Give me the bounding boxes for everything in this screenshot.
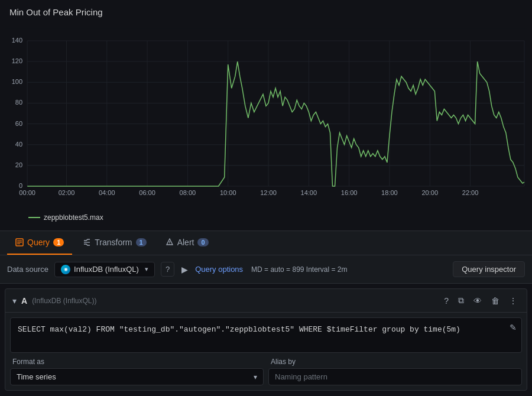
tab-transform-badge: 1 [136,238,147,246]
tab-transform[interactable]: Transform 1 [74,231,154,255]
svg-text:120: 120 [12,57,22,64]
svg-text:20: 20 [15,161,22,168]
svg-text:12:00: 12:00 [260,189,277,196]
svg-rect-0 [5,29,527,204]
svg-point-48 [169,244,170,244]
svg-text:0: 0 [19,182,22,189]
tab-alert-badge: 0 [197,238,208,246]
svg-text:14:00: 14:00 [300,189,317,196]
tab-alert[interactable]: Alert 0 [157,231,217,255]
query-actions: ? ⧉ 👁 🗑 ⋮ [442,294,520,307]
expand-arrow-button[interactable]: ▶ [180,264,189,275]
query-options-button[interactable]: Query options [195,265,243,274]
chart-container: Min Out of Peak Pricing [0,0,532,231]
data-source-label: Data source [7,265,48,274]
query-db-label: (InfluxDB (InfluxQL)) [32,297,96,305]
chevron-down-icon: ▾ [145,265,148,273]
sql-text: SELECT max(val2) FROM "testing_db"."auto… [18,325,460,334]
help-button[interactable]: ? [442,295,451,307]
alert-icon [166,238,174,246]
tab-query-badge: 1 [53,238,64,246]
chart-title: Min Out of Peak Pricing [5,7,527,17]
svg-text:40: 40 [15,141,22,148]
svg-text:20:00: 20:00 [421,189,438,196]
info-button[interactable]: ? [161,262,174,277]
tab-transform-label: Transform [95,238,132,247]
svg-text:08:00: 08:00 [180,189,196,196]
alias-by-label: Alias by [268,358,522,366]
format-as-value: Time series [17,372,56,381]
svg-text:02:00: 02:00 [59,189,75,196]
data-source-value: InfluxDB (InfluxQL) [74,265,139,274]
sql-edit-button[interactable]: ✎ [510,323,517,332]
chart-svg: 0 20 40 60 80 100 120 140 00:00 02:00 04… [5,22,527,211]
chart-legend: zeppblobtest5.max [5,213,527,222]
svg-text:60: 60 [15,120,22,127]
delete-button[interactable]: 🗑 [489,295,502,307]
svg-text:100: 100 [12,78,22,85]
collapse-button[interactable]: ▾ [12,296,17,306]
chart-area: 0 20 40 60 80 100 120 140 00:00 02:00 04… [5,22,527,211]
more-button[interactable]: ⋮ [507,295,520,307]
svg-text:22:00: 22:00 [462,189,479,196]
data-source-select[interactable]: ◉ InfluxDB (InfluxQL) ▾ [54,262,155,277]
bottom-row: Format as Time series Alias by [5,358,527,390]
format-as-field: Format as Time series [10,358,264,385]
transform-icon [83,238,91,246]
svg-text:00:00: 00:00 [19,189,35,196]
svg-text:18:00: 18:00 [381,189,398,196]
svg-text:80: 80 [15,99,22,106]
svg-text:06:00: 06:00 [139,189,155,196]
tabs-bar: Query 1 Transform 1 Alert 0 [0,231,532,255]
alias-by-field: Alias by [268,358,522,385]
svg-text:10:00: 10:00 [220,189,236,196]
format-as-select[interactable]: Time series [10,368,264,385]
format-as-label: Format as [10,358,264,366]
tab-alert-label: Alert [177,238,194,247]
query-icon [15,238,24,246]
legend-label: zeppblobtest5.max [44,213,103,222]
influxdb-icon: ◉ [61,265,70,274]
query-header: ▾ A (InfluxDB (InfluxQL)) ? ⧉ 👁 🗑 ⋮ [5,289,527,313]
svg-text:140: 140 [12,37,22,44]
query-panel: ▾ A (InfluxDB (InfluxQL)) ? ⧉ 👁 🗑 ⋮ SELE… [5,288,527,391]
sql-editor: SELECT max(val2) FROM "testing_db"."auto… [10,317,522,353]
query-inspector-button[interactable]: Query inspector [453,261,525,277]
tab-query-label: Query [27,238,50,247]
svg-text:16:00: 16:00 [341,189,358,196]
legend-line-color [28,217,40,218]
svg-text:04:00: 04:00 [99,189,115,196]
toolbar-row: Data source ◉ InfluxDB (InfluxQL) ▾ ? ▶ … [0,255,532,284]
tab-query[interactable]: Query 1 [7,231,72,255]
copy-button[interactable]: ⧉ [456,294,466,307]
query-meta: MD = auto = 899 Interval = 2m [251,265,347,274]
query-name: A [21,296,27,306]
hide-button[interactable]: 👁 [471,295,484,307]
alias-by-input[interactable] [268,368,522,385]
